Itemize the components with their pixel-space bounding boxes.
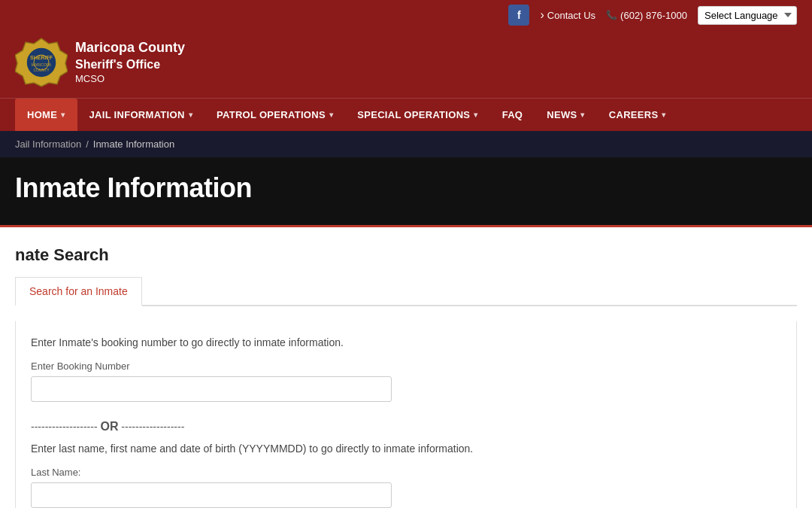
nav-item-faq[interactable]: FAQ [490, 99, 535, 131]
breadcrumb-current: Inmate Information [93, 138, 174, 150]
nav-item-patrol-operations[interactable]: PATROL OPERATIONS ▾ [205, 99, 345, 131]
last-name-input[interactable] [31, 482, 392, 508]
booking-number-label: Enter Booking Number [31, 360, 781, 372]
last-name-label: Last Name: [31, 467, 781, 478]
site-header: SHERIFF MARICOPA COUNTY Maricopa County … [0, 30, 812, 98]
logo-area: SHERIFF MARICOPA COUNTY Maricopa County … [15, 36, 185, 89]
nav-arrow-home: ▾ [61, 111, 65, 119]
contact-us-link[interactable]: Contact Us [540, 8, 595, 22]
svg-text:SHERIFF: SHERIFF [30, 55, 53, 60]
booking-number-input[interactable] [31, 376, 392, 402]
nav-arrow-jail: ▾ [189, 111, 192, 119]
booking-description: Enter Inmate's booking number to go dire… [31, 336, 781, 348]
section-title: nate Search [15, 245, 797, 265]
language-select[interactable]: Select Language English Spanish French [698, 6, 797, 25]
phone-number: 📞 (602) 876-1000 [606, 10, 687, 21]
breadcrumb-parent[interactable]: Jail Information [15, 138, 81, 150]
phone-icon: 📞 [606, 10, 617, 20]
nav-item-home[interactable]: HOME ▾ [15, 99, 77, 131]
nav-item-careers[interactable]: CAREERS ▾ [597, 99, 678, 131]
org-acronym: MCSO [75, 73, 185, 86]
page-title-section: Inmate Information [0, 157, 812, 227]
nav-item-jail-information[interactable]: JAIL INFORMATION ▾ [77, 99, 205, 131]
org-title-line2: Sheriff's Office [75, 57, 185, 73]
nav-arrow-patrol: ▾ [329, 111, 333, 119]
nav-arrow-careers: ▾ [662, 111, 665, 119]
search-form: Enter Inmate's booking number to go dire… [15, 321, 797, 508]
nav-arrow-news: ▾ [580, 111, 584, 119]
top-bar: f Contact Us 📞 (602) 876-1000 Select Lan… [0, 0, 812, 30]
breadcrumb: Jail Information / Inmate Information [0, 131, 812, 157]
top-bar-right: f Contact Us 📞 (602) 876-1000 Select Lan… [508, 5, 797, 26]
search-tabs: Search for an Inmate [15, 277, 797, 306]
or-divider: ------------------- OR -----------------… [31, 420, 781, 433]
breadcrumb-separator: / [86, 138, 89, 150]
nav-arrow-special: ▾ [474, 111, 477, 119]
main-content: nate Search Search for an Inmate Enter I… [0, 227, 812, 508]
tab-search-inmate[interactable]: Search for an Inmate [15, 277, 142, 306]
org-title-line1: Maricopa County [75, 39, 185, 56]
nav-item-news[interactable]: NEWS ▾ [535, 99, 597, 131]
main-nav: HOME ▾ JAIL INFORMATION ▾ PATROL OPERATI… [0, 98, 812, 131]
facebook-icon[interactable]: f [508, 5, 529, 26]
sheriff-badge-icon: SHERIFF MARICOPA COUNTY [15, 36, 68, 89]
page-title: Inmate Information [15, 172, 797, 204]
nav-item-special-operations[interactable]: SPECIAL OPERATIONS ▾ [345, 99, 489, 131]
name-description: Enter last name, first name and date of … [31, 443, 781, 455]
last-name-group: Last Name: [31, 467, 781, 508]
org-name: Maricopa County Sheriff's Office MCSO [75, 39, 185, 85]
or-label: OR [100, 420, 118, 433]
